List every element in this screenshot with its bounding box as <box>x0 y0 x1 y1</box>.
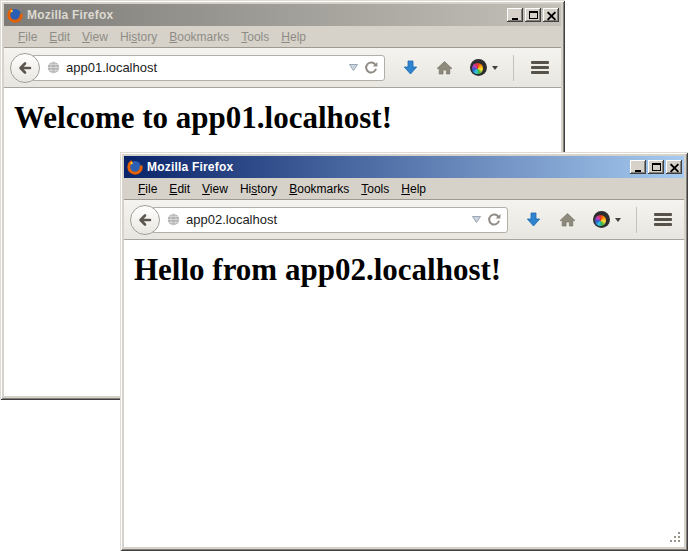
reload-icon[interactable] <box>487 213 501 227</box>
navigation-toolbar <box>4 47 561 88</box>
close-icon <box>547 11 556 20</box>
back-icon <box>17 60 33 76</box>
menu-file[interactable]: File <box>132 180 163 198</box>
close-button[interactable] <box>666 160 682 174</box>
url-dropdown-icon[interactable] <box>348 63 359 72</box>
home-button[interactable] <box>559 212 576 228</box>
extension-lens-button[interactable] <box>470 59 498 76</box>
home-icon <box>559 212 576 228</box>
globe-icon <box>166 212 181 227</box>
menu-file[interactable]: File <box>12 28 43 46</box>
window-title: Mozilla Firefox <box>147 160 626 174</box>
hamburger-menu-button[interactable] <box>531 61 549 74</box>
downloads-icon <box>525 212 542 228</box>
menu-help[interactable]: Help <box>275 28 312 46</box>
firefox-window-app02: Mozilla Firefox File Edit View History B… <box>120 152 688 551</box>
menu-history[interactable]: History <box>234 180 283 198</box>
downloads-button[interactable] <box>525 212 542 228</box>
window-controls <box>507 8 559 22</box>
url-input[interactable] <box>186 212 466 227</box>
minimize-icon <box>635 170 641 172</box>
home-icon <box>436 60 453 76</box>
window-title: Mozilla Firefox <box>27 8 503 22</box>
lens-icon <box>593 211 610 228</box>
page-content-app02: Hello from app02.localhost! <box>124 240 684 547</box>
menu-tools[interactable]: Tools <box>235 28 275 46</box>
globe-icon <box>46 60 61 75</box>
extension-lens-button[interactable] <box>593 211 621 228</box>
downloads-button[interactable] <box>402 60 419 76</box>
firefox-logo-icon <box>127 159 143 175</box>
caret-down-icon <box>615 218 621 225</box>
maximize-icon <box>652 163 661 171</box>
maximize-button[interactable] <box>648 160 664 174</box>
downloads-icon <box>402 60 419 76</box>
navigation-toolbar <box>124 199 684 240</box>
minimize-button[interactable] <box>630 160 646 174</box>
close-icon <box>670 163 679 172</box>
minimize-button[interactable] <box>507 8 523 22</box>
back-icon <box>137 212 153 228</box>
title-bar[interactable]: Mozilla Firefox <box>4 4 561 26</box>
desktop: { "desktop": { "background": "#ffffff" }… <box>0 0 688 551</box>
url-bar[interactable] <box>31 55 385 81</box>
title-bar[interactable]: Mozilla Firefox <box>124 156 684 178</box>
menu-history[interactable]: History <box>114 28 163 46</box>
lens-icon <box>470 59 487 76</box>
minimize-icon <box>512 18 518 20</box>
reload-icon[interactable] <box>364 61 378 75</box>
menu-bookmarks[interactable]: Bookmarks <box>283 180 355 198</box>
toolbar-separator <box>513 55 514 81</box>
menu-edit[interactable]: Edit <box>43 28 76 46</box>
menu-view[interactable]: View <box>76 28 114 46</box>
menu-edit[interactable]: Edit <box>163 180 196 198</box>
window-controls <box>630 160 682 174</box>
menu-tools[interactable]: Tools <box>355 180 395 198</box>
back-button[interactable] <box>130 205 160 235</box>
caret-down-icon <box>492 66 498 73</box>
menu-help[interactable]: Help <box>395 180 432 198</box>
hamburger-icon <box>654 213 672 226</box>
back-button[interactable] <box>10 53 40 83</box>
maximize-icon <box>529 11 538 19</box>
url-dropdown-icon[interactable] <box>471 215 482 224</box>
menu-bookmarks[interactable]: Bookmarks <box>163 28 235 46</box>
menu-bar: File Edit View History Bookmarks Tools H… <box>124 178 684 199</box>
page-heading: Welcome to app01.localhost! <box>14 100 561 136</box>
close-button[interactable] <box>543 8 559 22</box>
url-input[interactable] <box>66 60 343 75</box>
url-bar[interactable] <box>151 207 508 233</box>
hamburger-icon <box>531 61 549 74</box>
hamburger-menu-button[interactable] <box>654 213 672 226</box>
toolbar-separator <box>636 207 637 233</box>
home-button[interactable] <box>436 60 453 76</box>
menu-bar: File Edit View History Bookmarks Tools H… <box>4 26 561 47</box>
firefox-logo-icon <box>7 7 23 23</box>
page-heading: Hello from app02.localhost! <box>134 252 684 288</box>
menu-view[interactable]: View <box>196 180 234 198</box>
resize-grip[interactable] <box>668 532 682 545</box>
maximize-button[interactable] <box>525 8 541 22</box>
